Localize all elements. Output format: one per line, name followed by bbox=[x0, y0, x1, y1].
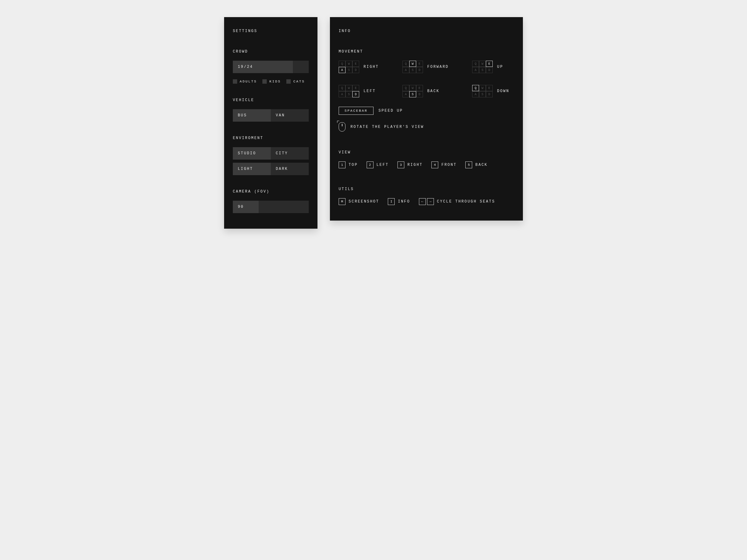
view-item-label: RIGHT bbox=[407, 163, 423, 167]
crowd-slider[interactable]: 19/24 bbox=[233, 61, 309, 73]
env-option-light[interactable]: LIGHT bbox=[233, 163, 271, 175]
checkbox-adults[interactable]: ADULTS bbox=[233, 79, 257, 84]
movement-item-label: RIGHT bbox=[364, 65, 379, 69]
key-a: A bbox=[472, 91, 479, 97]
key-e: E bbox=[352, 85, 359, 91]
view-item-front: 4 FRONT bbox=[431, 161, 457, 168]
crowd-checkbox-row: ADULTS KIDS CATS bbox=[233, 79, 309, 84]
environment-section: ENVIROMENT STUDIO CITY LIGHT DARK bbox=[233, 136, 309, 175]
key-a: A bbox=[403, 67, 409, 73]
key-d: D bbox=[486, 91, 493, 97]
key-a: A bbox=[472, 67, 479, 73]
key-e: E bbox=[486, 61, 493, 67]
info-panel: INFO MOVEMENT QWEASDRIGHTQWEASDFORWARDQW… bbox=[330, 17, 523, 220]
view-item-label: BACK bbox=[475, 163, 487, 167]
crowd-label: CROWD bbox=[233, 50, 309, 54]
checkbox-label: ADULTS bbox=[240, 80, 257, 83]
utils-item-label: SCREENSHOT bbox=[349, 199, 379, 204]
key-d: D bbox=[486, 67, 493, 73]
keycap-5: 5 bbox=[465, 161, 472, 168]
spacebar-row: SPACEBAR SPEED UP bbox=[339, 107, 514, 115]
keycap-i: I bbox=[388, 198, 395, 205]
movement-item-label: UP bbox=[497, 65, 503, 69]
key-q: Q bbox=[472, 61, 479, 67]
utils-section: UTILS M SCREENSHOT I INFO ← → CYCLE THRO… bbox=[339, 187, 514, 205]
movement-item: QWEASDRIGHT bbox=[339, 61, 384, 73]
view-label: VIEW bbox=[339, 150, 514, 155]
movement-item: QWEASDLEFT bbox=[339, 85, 384, 97]
keycap-4: 4 bbox=[431, 161, 438, 168]
camera-section: CAMERA (FOV) 90 bbox=[233, 189, 309, 213]
env-option-studio[interactable]: STUDIO bbox=[233, 147, 271, 160]
checkbox-cats[interactable]: CATS bbox=[286, 79, 305, 84]
movement-item-label: FORWARD bbox=[427, 65, 449, 69]
vehicle-option-van[interactable]: VAN bbox=[271, 109, 309, 122]
settings-panel: SETTINGS CROWD 19/24 ADULTS KIDS CATS VE… bbox=[224, 17, 317, 229]
keycap-2: 2 bbox=[367, 161, 374, 168]
wasd-cluster: QWEASD bbox=[339, 85, 359, 97]
key-w: W bbox=[345, 61, 352, 67]
settings-title: SETTINGS bbox=[233, 29, 309, 33]
movement-label: MOVEMENT bbox=[339, 50, 514, 54]
key-q: Q bbox=[403, 85, 409, 91]
vehicle-option-bus[interactable]: BUS bbox=[233, 109, 271, 122]
movement-grid: QWEASDRIGHTQWEASDFORWARDQWEASDUPQWEASDLE… bbox=[339, 61, 514, 97]
key-q: Q bbox=[403, 61, 409, 67]
vehicle-section: VEHICLE BUS VAN bbox=[233, 98, 309, 122]
vehicle-toggle: BUS VAN bbox=[233, 109, 309, 122]
checkbox-label: CATS bbox=[293, 80, 305, 83]
key-e: E bbox=[416, 61, 423, 67]
checkbox-box-icon bbox=[262, 79, 267, 84]
utils-row: M SCREENSHOT I INFO ← → CYCLE THROUGH SE… bbox=[339, 198, 514, 205]
camera-slider[interactable]: 90 bbox=[233, 201, 309, 213]
movement-item: QWEASDFORWARD bbox=[403, 61, 454, 73]
camera-slider-value: 90 bbox=[238, 205, 244, 209]
key-w: W bbox=[409, 85, 416, 91]
view-item-label: FRONT bbox=[441, 163, 457, 167]
environment-toggle-1: STUDIO CITY bbox=[233, 147, 309, 160]
view-item-left: 2 LEFT bbox=[367, 161, 389, 168]
key-e: E bbox=[352, 61, 359, 67]
checkbox-kids[interactable]: KIDS bbox=[262, 79, 281, 84]
key-s: S bbox=[345, 67, 352, 73]
movement-section: MOVEMENT QWEASDRIGHTQWEASDFORWARDQWEASDU… bbox=[339, 50, 514, 132]
utils-label: UTILS bbox=[339, 187, 514, 191]
spacebar-key: SPACEBAR bbox=[339, 107, 374, 115]
camera-slider-fill bbox=[233, 201, 259, 213]
wasd-cluster: QWEASD bbox=[472, 61, 493, 73]
env-option-dark[interactable]: DARK bbox=[271, 163, 309, 175]
arrow-right-icon: → bbox=[427, 198, 434, 205]
crowd-slider-value: 19/24 bbox=[238, 65, 253, 69]
view-item-label: TOP bbox=[349, 163, 358, 167]
environment-label: ENVIROMENT bbox=[233, 136, 309, 140]
view-item-label: LEFT bbox=[377, 163, 389, 167]
vehicle-label: VEHICLE bbox=[233, 98, 309, 102]
arrow-key-pair: ← → bbox=[419, 198, 434, 205]
key-d: D bbox=[352, 67, 359, 73]
key-s: S bbox=[409, 67, 416, 73]
key-a: A bbox=[403, 91, 409, 97]
view-row: 1 TOP 2 LEFT 3 RIGHT 4 FRONT 5 BACK bbox=[339, 161, 514, 168]
key-q: Q bbox=[472, 85, 479, 91]
env-option-city[interactable]: CITY bbox=[271, 147, 309, 160]
key-s: S bbox=[345, 91, 352, 97]
crowd-section: CROWD 19/24 ADULTS KIDS CATS bbox=[233, 50, 309, 84]
movement-item: QWEASDDOWN bbox=[472, 85, 514, 97]
view-section: VIEW 1 TOP 2 LEFT 3 RIGHT 4 FRONT 5 BACK bbox=[339, 150, 514, 168]
key-d: D bbox=[416, 67, 423, 73]
key-d: D bbox=[352, 91, 359, 97]
key-s: S bbox=[479, 67, 486, 73]
movement-item-label: DOWN bbox=[497, 89, 509, 93]
checkbox-box-icon bbox=[233, 79, 237, 84]
mouse-action-label: ROTATE THE PLAYER'S VIEW bbox=[351, 125, 424, 129]
checkbox-label: KIDS bbox=[269, 80, 281, 83]
movement-item-label: BACK bbox=[427, 89, 439, 93]
info-title: INFO bbox=[339, 29, 514, 33]
movement-item: QWEASDBACK bbox=[403, 85, 454, 97]
key-w: W bbox=[479, 85, 486, 91]
utils-item-screenshot: M SCREENSHOT bbox=[339, 198, 379, 205]
wasd-cluster: QWEASD bbox=[339, 61, 359, 73]
utils-item-label: INFO bbox=[398, 199, 410, 204]
key-a: A bbox=[339, 91, 345, 97]
key-s: S bbox=[479, 91, 486, 97]
